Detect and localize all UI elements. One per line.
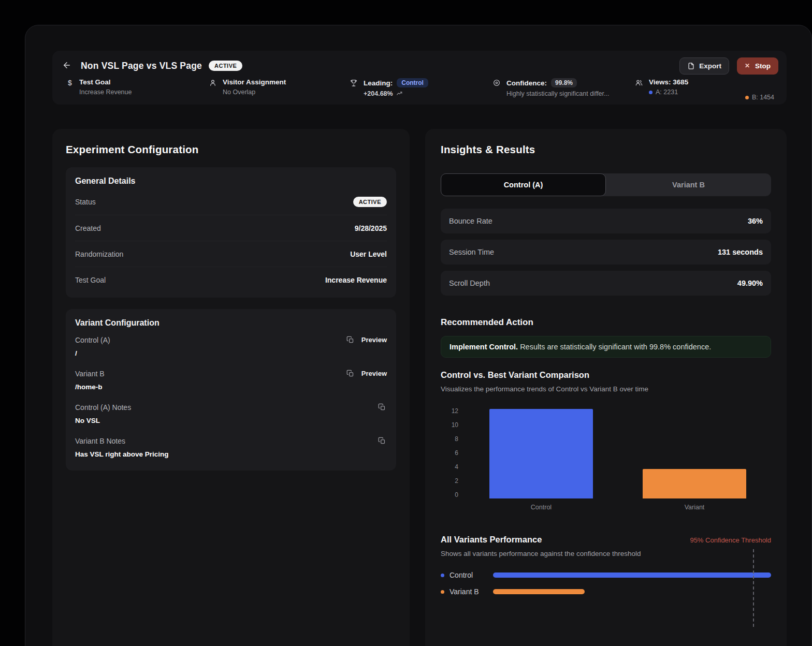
general-details-title: General Details — [75, 177, 387, 186]
tab-variant-b[interactable]: Variant B — [606, 173, 771, 196]
metric-session-time: Session Time 131 seconds — [441, 240, 771, 265]
app-window: Non VSL Page vs VLS Page ACTIVE Export ✕… — [25, 25, 812, 646]
leading-text: Leading: — [364, 79, 393, 87]
leading-delta-value: +204.68% — [364, 90, 393, 97]
y-tick-label: 8 — [455, 435, 458, 443]
experiment-configuration-title: Experiment Configuration — [66, 143, 396, 156]
views-b-value: B: 1454 — [752, 94, 774, 101]
y-tick-label: 2 — [455, 477, 458, 485]
confidence-text: Confidence: — [506, 79, 547, 87]
stat-visitor-assignment-value: No Overlap — [223, 89, 286, 96]
tab-control-a[interactable]: Control (A) — [441, 173, 606, 196]
variant-bar — [643, 469, 746, 498]
performance-title: All Variants Performance — [441, 535, 542, 545]
variant-value: / — [75, 349, 387, 357]
performance-row-control: Control — [441, 571, 771, 579]
stat-test-goal-value: Increase Revenue — [79, 89, 132, 96]
variant-group-control: Control (A) Preview / — [75, 335, 387, 357]
comparison-chart-title: Control vs. Best Variant Comparison — [441, 370, 771, 380]
stat-confidence-note: Highly statistically significant differ.… — [506, 90, 609, 97]
preview-link[interactable]: Preview — [361, 336, 387, 344]
row-value: Increase Revenue — [325, 276, 387, 284]
close-icon: ✕ — [745, 62, 750, 69]
stat-leading-label: Leading: Control — [364, 78, 428, 87]
preview-link[interactable]: Preview — [361, 370, 387, 377]
general-row-test-goal: Test Goal Increase Revenue — [75, 267, 387, 292]
metric-scroll-depth: Scroll Depth 49.90% — [441, 271, 771, 296]
metric-label: Session Time — [449, 248, 494, 256]
copy-icon[interactable] — [377, 402, 387, 412]
general-row-created: Created 9/28/2025 — [75, 215, 387, 241]
export-button-label: Export — [699, 62, 721, 70]
copy-icon[interactable] — [345, 335, 355, 345]
performance-bars: Control Variant B — [441, 571, 771, 596]
target-icon — [492, 79, 502, 97]
y-tick-label: 4 — [455, 463, 458, 471]
experiment-header: Non VSL Page vs VLS Page ACTIVE Export ✕… — [52, 51, 787, 105]
comparison-plot-area — [465, 407, 771, 498]
row-value: 9/28/2025 — [355, 224, 387, 232]
metric-label: Bounce Rate — [449, 217, 492, 225]
confidence-badge: 99.8% — [551, 78, 577, 87]
performance-subtitle: Shows all variants performance against t… — [441, 550, 771, 557]
stat-visitor-assignment: Visitor Assignment No Overlap — [209, 78, 286, 96]
variant-b-dot — [745, 96, 749, 99]
views-a-value: A: 2231 — [656, 89, 678, 96]
experiment-configuration-panel: Experiment Configuration General Details… — [52, 129, 410, 646]
metrics-list: Bounce Rate 36% Session Time 131 seconds… — [441, 209, 771, 296]
x-tick-variant: Variant — [618, 504, 771, 511]
copy-icon[interactable] — [377, 436, 387, 446]
stat-confidence: Confidence: 99.8% Highly statistically s… — [492, 78, 609, 97]
main-content: Experiment Configuration General Details… — [52, 129, 787, 646]
variant-a-dot — [649, 91, 653, 94]
variant-b-bar-track — [493, 589, 771, 594]
recommendation-strong: Implement Control. — [450, 343, 518, 351]
users-icon — [635, 79, 644, 96]
copy-icon[interactable] — [345, 369, 355, 378]
metric-bounce-rate: Bounce Rate 36% — [441, 209, 771, 233]
stop-button[interactable]: ✕ Stop — [737, 57, 778, 75]
variant-b-dot — [441, 590, 444, 594]
status-badge: ACTIVE — [209, 61, 242, 71]
control-bar — [489, 409, 593, 498]
document-icon — [687, 62, 695, 70]
confidence-threshold-line — [753, 549, 754, 627]
performance-row-variant-b: Variant B — [441, 588, 771, 596]
metric-label: Scroll Depth — [449, 279, 490, 287]
row-label: Status — [75, 198, 96, 206]
person-icon — [209, 79, 218, 96]
variant-configuration-card: Variant Configuration Control (A) Previe… — [66, 309, 396, 471]
recommendation-text: Results are statistically significant wi… — [520, 343, 711, 351]
stat-leading-delta: +204.68% — [364, 90, 428, 97]
general-details-card: General Details Status ACTIVE Created 9/… — [66, 167, 396, 298]
leading-variant-badge: Control — [397, 78, 428, 87]
header-stats-row: $ Test Goal Increase Revenue Visitor Ass… — [60, 78, 778, 103]
export-button[interactable]: Export — [679, 57, 729, 75]
variant-label: Control (A) Notes — [75, 403, 131, 412]
stat-test-goal: $ Test Goal Increase Revenue — [65, 78, 132, 96]
comparison-y-axis: 121086420 — [441, 407, 465, 498]
all-variants-performance-section: All Variants Performance 95% Confidence … — [441, 535, 771, 627]
row-value: User Level — [350, 250, 387, 258]
stat-visitor-assignment-label: Visitor Assignment — [223, 78, 286, 86]
variant-label: Variant B Notes — [75, 437, 125, 445]
back-button[interactable] — [60, 58, 74, 73]
control-dot — [441, 574, 444, 577]
stat-test-goal-label: Test Goal — [79, 78, 132, 86]
stat-leading: Leading: Control +204.68% — [350, 78, 428, 97]
status-value-badge: ACTIVE — [353, 197, 387, 207]
variant-label: Control (A) — [75, 336, 110, 344]
stat-confidence-label: Confidence: 99.8% — [506, 78, 609, 87]
trending-up-icon — [396, 91, 403, 97]
y-tick-label: 0 — [455, 491, 458, 498]
recommended-action-title: Recommended Action — [441, 317, 771, 328]
variant-tabs: Control (A) Variant B — [441, 173, 771, 196]
variant-group-b: Variant B Preview /home-b — [75, 369, 387, 391]
y-tick-label: 10 — [452, 421, 458, 429]
comparison-x-axis: Control Variant — [465, 504, 771, 511]
insights-results-title: Insights & Results — [441, 143, 771, 156]
metric-value: 49.90% — [737, 279, 763, 287]
variant-group-b-notes: Variant B Notes Has VSL right above Pric… — [75, 436, 387, 458]
confidence-threshold-label: 95% Confidence Threshold — [690, 536, 771, 544]
variant-b-performance-bar — [493, 589, 585, 594]
